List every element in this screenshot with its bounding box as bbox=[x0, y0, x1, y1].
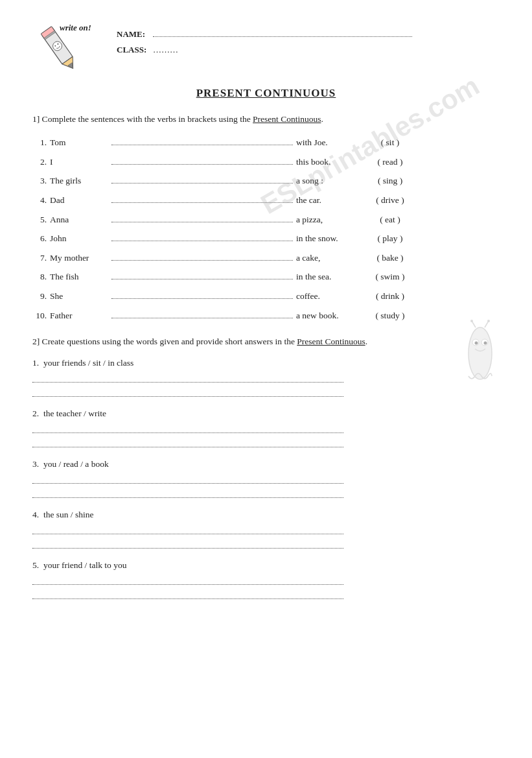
sentence-verb: ( sit ) bbox=[361, 136, 419, 150]
logo-area: write on! bbox=[32, 19, 110, 80]
sentence-subject: She bbox=[50, 289, 108, 303]
sentence-verb: ( swim ) bbox=[361, 270, 419, 284]
sentence-verb: ( bake ) bbox=[361, 251, 419, 265]
sentence-num: 1. bbox=[32, 136, 47, 150]
sentence-subject: The fish bbox=[50, 270, 108, 284]
name-input-line bbox=[153, 36, 412, 37]
answer-line-2 bbox=[32, 537, 343, 549]
answer-line-1 bbox=[32, 523, 343, 534]
sentence-dots bbox=[111, 241, 293, 241]
list-item: 4. the sun / shine bbox=[32, 510, 500, 549]
name-class-area: NAME: CLASS: ……… bbox=[110, 19, 412, 60]
table-row: 7. My mother a cake, ( bake ) bbox=[32, 251, 500, 265]
class-value: ……… bbox=[153, 45, 178, 55]
sentence-after: a song : bbox=[296, 174, 361, 188]
answer-line-2 bbox=[32, 587, 343, 599]
header-area: write on! NAME: CLASS: ……… bbox=[32, 19, 500, 80]
section2: 2] Create questions using the words give… bbox=[32, 335, 500, 599]
sentence-after: in the sea. bbox=[296, 270, 361, 284]
question-label: 2. the teacher / write bbox=[32, 409, 500, 419]
sentence-dots bbox=[111, 318, 293, 318]
ghost-icon bbox=[457, 318, 503, 392]
sentence-num: 9. bbox=[32, 289, 47, 303]
section2-instruction: 2] Create questions using the words give… bbox=[32, 335, 500, 348]
class-label: CLASS: bbox=[117, 45, 149, 55]
sentence-verb: ( eat ) bbox=[361, 213, 419, 227]
sentence-verb: ( read ) bbox=[361, 155, 419, 169]
question-label: 5. your friend / talk to you bbox=[32, 560, 500, 571]
sentence-dots bbox=[111, 164, 293, 165]
sentence-num: 2. bbox=[32, 155, 47, 169]
answer-line-2 bbox=[32, 436, 343, 447]
svg-point-8 bbox=[468, 327, 492, 379]
sentence-num: 5. bbox=[32, 213, 47, 227]
sentence-subject: Father bbox=[50, 309, 108, 323]
answer-line-1 bbox=[32, 421, 343, 433]
sentence-after: coffee. bbox=[296, 289, 361, 303]
sentence-verb: ( drink ) bbox=[361, 289, 419, 303]
sentence-subject: I bbox=[50, 155, 108, 169]
table-row: 3. The girls a song : ( sing ) bbox=[32, 174, 500, 188]
section1-instruction: 1] Complete the sentences with the verbs… bbox=[32, 113, 500, 126]
answer-line-1 bbox=[32, 371, 343, 383]
question-label: 4. the sun / shine bbox=[32, 510, 500, 520]
sentence-after: a cake, bbox=[296, 251, 361, 265]
sentence-after: this book. bbox=[296, 155, 361, 169]
sentence-dots bbox=[111, 279, 293, 279]
answer-line-1 bbox=[32, 472, 343, 484]
svg-point-11 bbox=[475, 342, 478, 345]
sentence-dots bbox=[111, 260, 293, 261]
svg-point-16 bbox=[487, 320, 490, 322]
list-item: 3. you / read / a book bbox=[32, 459, 500, 498]
table-row: 2. I this book. ( read ) bbox=[32, 155, 500, 169]
sentence-verb: ( drive ) bbox=[361, 193, 419, 207]
title-section: PRESENT CONTINUOUS bbox=[32, 87, 500, 100]
sentence-num: 6. bbox=[32, 231, 47, 246]
table-row: 6. John in the snow. ( play ) bbox=[32, 231, 500, 246]
section1-instruction-underlined: Present Continuous bbox=[253, 114, 321, 124]
sentence-after: in the snow. bbox=[296, 231, 361, 246]
list-item: 1. your friends / sit / in class bbox=[32, 358, 500, 397]
svg-point-12 bbox=[484, 342, 487, 345]
question-label: 1. your friends / sit / in class bbox=[32, 358, 500, 368]
write-on-label: write on! bbox=[60, 23, 91, 33]
section2-instruction-underlined: Present Continuous bbox=[297, 337, 365, 346]
question-label: 3. you / read / a book bbox=[32, 459, 500, 469]
svg-point-14 bbox=[470, 320, 473, 322]
sentence-dots bbox=[111, 298, 293, 299]
answer-line-1 bbox=[32, 573, 343, 585]
sentence-num: 10. bbox=[32, 309, 47, 323]
sentences-container: 1. Tom with Joe. ( sit ) 2. I this book.… bbox=[32, 136, 500, 322]
sentence-subject: My mother bbox=[50, 251, 108, 265]
table-row: 4. Dad the car. ( drive ) bbox=[32, 193, 500, 207]
sentence-subject: Dad bbox=[50, 193, 108, 207]
list-item: 2. the teacher / write bbox=[32, 409, 500, 447]
sentence-dots bbox=[111, 145, 293, 145]
sentence-subject: The girls bbox=[50, 174, 108, 188]
sentence-dots bbox=[111, 202, 293, 203]
name-field-row: NAME: bbox=[117, 29, 412, 40]
sentence-verb: ( sing ) bbox=[361, 174, 419, 188]
sentence-verb: ( play ) bbox=[361, 231, 419, 246]
sentence-num: 7. bbox=[32, 251, 47, 265]
sentence-num: 3. bbox=[32, 174, 47, 188]
sentence-subject: Tom bbox=[50, 136, 108, 150]
sentence-after: a pizza, bbox=[296, 213, 361, 227]
sentence-subject: Anna bbox=[50, 213, 108, 227]
list-item: 5. your friend / talk to you bbox=[32, 560, 500, 599]
sentence-after: with Joe. bbox=[296, 136, 361, 150]
table-row: 9. She coffee. ( drink ) bbox=[32, 289, 500, 303]
sentence-dots bbox=[111, 222, 293, 222]
class-field-row: CLASS: ……… bbox=[117, 45, 412, 55]
sentence-after: a new book. bbox=[296, 309, 361, 323]
sentence-num: 4. bbox=[32, 193, 47, 207]
sentence-verb: ( study ) bbox=[361, 309, 419, 323]
section1: 1] Complete the sentences with the verbs… bbox=[32, 113, 500, 322]
table-row: 5. Anna a pizza, ( eat ) bbox=[32, 213, 500, 227]
sentence-dots bbox=[111, 183, 293, 184]
table-row: 8. The fish in the sea. ( swim ) bbox=[32, 270, 500, 284]
sentence-subject: John bbox=[50, 231, 108, 246]
sentence-after: the car. bbox=[296, 193, 361, 207]
answer-line-2 bbox=[32, 486, 343, 498]
table-row: 10. Father a new book. ( study ) bbox=[32, 309, 500, 323]
